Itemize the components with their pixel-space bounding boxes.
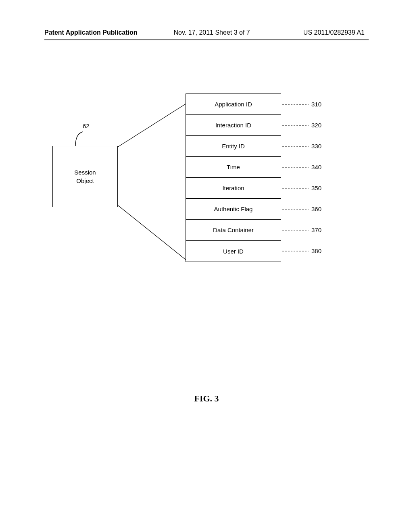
ref-leader-340 [282,167,309,167]
field-application-id: Application ID [186,94,281,115]
svg-line-1 [118,206,186,260]
fields-table: Application ID Interaction ID Entity ID … [186,94,281,262]
header-right: US 2011/0282939 A1 [303,29,365,36]
ref-leader-370 [282,230,309,230]
field-data-container: Data Container [186,220,281,241]
header-rule [44,39,369,40]
header-left: Patent Application Publication [44,29,138,36]
field-user-id: User ID [186,241,281,262]
session-ref-leader [74,131,86,147]
ref-310: 310 [311,101,321,108]
header-center: Nov. 17, 2011 Sheet 3 of 7 [174,29,250,36]
ref-leader-380 [282,251,309,251]
ref-360: 360 [311,206,321,212]
ref-leader-330 [282,146,309,146]
field-iteration: Iteration [186,178,281,199]
field-entity-id: Entity ID [186,136,281,157]
session-object-box: Session Object [52,146,118,207]
figure-caption: FIG. 3 [0,393,413,404]
ref-320: 320 [311,122,321,129]
field-interaction-id: Interaction ID [186,115,281,136]
field-time: Time [186,157,281,178]
svg-line-0 [118,104,186,147]
figure-diagram: 62 Session Object Application ID Interac… [44,93,367,302]
session-label-2: Object [76,177,94,184]
ref-380: 380 [311,247,321,254]
ref-350: 350 [311,185,321,191]
ref-370: 370 [311,227,321,233]
ref-leader-320 [282,125,309,125]
ref-330: 330 [311,143,321,150]
ref-340: 340 [311,164,321,170]
ref-leader-310 [282,104,309,104]
ref-leader-360 [282,209,309,209]
header: Patent Application Publication Nov. 17, … [0,29,413,39]
session-ref-number: 62 [83,123,90,129]
fan-connectors [115,93,188,270]
ref-leader-350 [282,188,309,188]
session-label-1: Session [74,169,96,176]
field-authentic-flag: Authentic Flag [186,199,281,220]
